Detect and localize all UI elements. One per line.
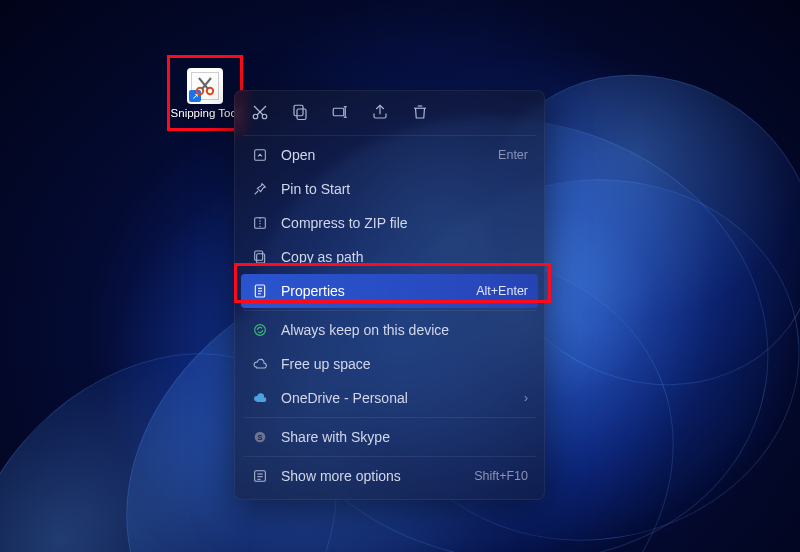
context-menu-toolbar <box>241 97 538 133</box>
menu-item-pin-to-start[interactable]: Pin to Start <box>241 172 538 206</box>
open-icon <box>251 146 269 164</box>
zip-icon <box>251 214 269 232</box>
divider <box>243 310 536 311</box>
rename-icon[interactable] <box>329 101 351 123</box>
properties-icon <box>251 282 269 300</box>
divider <box>243 135 536 136</box>
more-options-icon <box>251 467 269 485</box>
menu-item-show-more-options[interactable]: Show more options Shift+F10 <box>241 459 538 493</box>
menu-item-free-up[interactable]: Free up space <box>241 347 538 381</box>
svg-rect-19 <box>255 251 263 260</box>
menu-item-label: Always keep on this device <box>281 322 528 338</box>
context-menu: Open Enter Pin to Start Compress to ZIP … <box>234 90 545 500</box>
svg-rect-18 <box>257 254 265 263</box>
menu-item-label: Copy as path <box>281 249 528 265</box>
menu-item-label: Show more options <box>281 468 462 484</box>
menu-item-shortcut: Shift+F10 <box>474 469 528 483</box>
share-icon[interactable] <box>369 101 391 123</box>
skype-icon: S <box>251 428 269 446</box>
divider <box>243 456 536 457</box>
svg-point-24 <box>255 325 266 336</box>
menu-item-shortcut: Enter <box>498 148 528 162</box>
svg-rect-8 <box>297 109 306 120</box>
menu-item-label: Free up space <box>281 356 528 372</box>
divider <box>243 417 536 418</box>
menu-item-open[interactable]: Open Enter <box>241 138 538 172</box>
menu-item-compress-zip[interactable]: Compress to ZIP file <box>241 206 538 240</box>
snipping-tool-icon: ↗ <box>187 68 223 104</box>
menu-item-label: Open <box>281 147 486 163</box>
pin-icon <box>251 180 269 198</box>
menu-item-onedrive[interactable]: OneDrive - Personal › <box>241 381 538 415</box>
menu-item-always-keep[interactable]: Always keep on this device <box>241 313 538 347</box>
menu-item-label: Properties <box>281 283 464 299</box>
menu-item-share-skype[interactable]: S Share with Skype <box>241 420 538 454</box>
svg-line-15 <box>255 191 258 194</box>
menu-item-label: Compress to ZIP file <box>281 215 528 231</box>
menu-item-label: Pin to Start <box>281 181 528 197</box>
menu-item-properties[interactable]: Properties Alt+Enter <box>241 274 538 308</box>
delete-icon[interactable] <box>409 101 431 123</box>
desktop-icon-label: Snipping Tool <box>171 107 240 120</box>
svg-rect-10 <box>333 108 344 116</box>
menu-item-label: Share with Skype <box>281 429 528 445</box>
cloud-icon <box>251 355 269 373</box>
sync-icon <box>251 321 269 339</box>
menu-item-label: OneDrive - Personal <box>281 390 512 406</box>
svg-text:S: S <box>258 433 263 442</box>
copy-icon[interactable] <box>289 101 311 123</box>
menu-item-copy-as-path[interactable]: Copy as path <box>241 240 538 274</box>
copy-path-icon <box>251 248 269 266</box>
onedrive-icon <box>251 389 269 407</box>
menu-item-shortcut: Alt+Enter <box>476 284 528 298</box>
desktop-icon-snipping-tool[interactable]: ↗ Snipping Tool <box>167 55 243 131</box>
cut-icon[interactable] <box>249 101 271 123</box>
svg-rect-9 <box>294 105 303 116</box>
chevron-right-icon: › <box>524 391 528 405</box>
